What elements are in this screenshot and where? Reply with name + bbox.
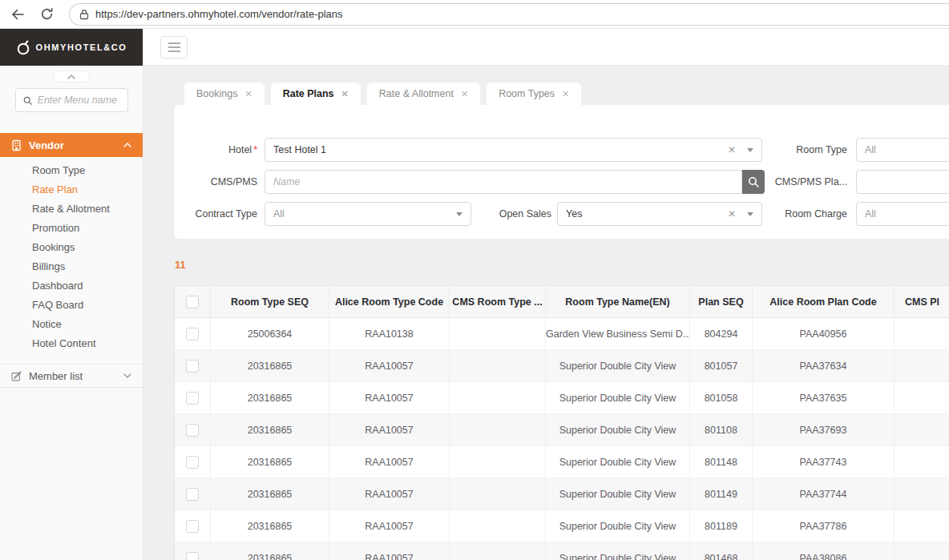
hotel-label: Hotel* [169,138,257,162]
row-checkbox[interactable] [186,328,199,340]
clear-icon[interactable]: ✕ [728,144,736,155]
sidebar-item-faq-board[interactable]: FAQ Board [0,296,143,315]
hotel-select[interactable]: Test Hotel 1 ✕ [265,138,762,162]
back-icon[interactable] [6,3,29,26]
row-checkbox[interactable] [186,488,199,501]
cell-alice-room-plan-code: PAA37634 [753,350,894,382]
room-type-select[interactable]: All [856,138,949,162]
logo[interactable]: OHMYHOTEL&CO [0,29,143,66]
open-sales-select[interactable]: Yes ✕ [557,202,762,226]
close-icon[interactable]: ✕ [341,89,349,99]
table-row: 20316865RAA10057Superior Double City Vie… [175,478,949,510]
cms-pms-name-input[interactable] [265,170,742,194]
reload-icon[interactable] [35,3,58,26]
table-row: 25006364RAA10138Garden View Business Sem… [175,318,949,350]
tab-bookings[interactable]: Bookings ✕ [184,83,265,105]
close-icon[interactable]: ✕ [244,89,252,99]
hotel-value: Test Hotel 1 [273,144,728,155]
cell-room-type-seq: 20316865 [211,478,329,510]
cell-alice-room-plan-code: PAA37744 [753,478,894,510]
cell-room-type-seq: 25006364 [211,318,329,350]
clear-icon[interactable]: ✕ [728,208,736,220]
cell-alice-room-type-code: RAA10057 [329,382,450,414]
chevron-up-icon [67,75,75,79]
sidebar-collapse-button[interactable] [53,71,90,83]
header-alice-room-plan-code: Alice Room Plan Code [753,286,894,318]
member-list-label: Member list [29,370,116,382]
tab-rate-allotment[interactable]: Rate & Allotment ✕ [367,83,480,105]
row-checkbox[interactable] [186,552,199,560]
menu-search-input[interactable] [38,95,120,106]
sidebar-item-dashboard[interactable]: Dashboard [0,276,143,296]
row-checkbox[interactable] [186,360,199,373]
cell-plan-seq: 801148 [690,446,753,478]
chevron-up-icon [123,143,131,147]
contract-type-select[interactable]: All [265,202,471,226]
logo-text: OHMYHOTEL&CO [36,42,127,52]
tab-room-types[interactable]: Room Types ✕ [487,83,581,105]
header-room-type-name-en: Room Type Name(EN) [546,286,690,318]
cell-room-type-name-en: Superior Double City View [546,350,690,382]
row-checkbox[interactable] [186,392,199,405]
cell-cms-room-type [450,414,546,446]
cell-plan-seq: 801189 [690,510,753,542]
cell-room-type-seq: 20316865 [211,350,329,382]
cell-alice-room-type-code: RAA10057 [329,510,450,542]
sidebar-item-hotel-content[interactable]: Hotel Content [0,334,143,353]
cms-pms-pla-input[interactable] [856,170,949,194]
cell-alice-room-plan-code: PAA37693 [753,414,894,446]
sidebar-item-promotion[interactable]: Promotion [0,219,143,238]
site-info-lock-icon[interactable] [79,9,89,20]
sidebar-item-billings[interactable]: Billings [0,257,143,276]
menu-search-box[interactable] [15,88,128,112]
edit-icon [11,371,22,381]
cell-room-type-seq: 20316865 [211,382,329,414]
sidebar-item-notice[interactable]: Notice [0,315,143,334]
cell-plan-seq: 804294 [690,318,753,350]
tab-label: Rate & Allotment [379,88,454,99]
chevron-down-icon[interactable] [456,212,462,216]
chevron-down-icon [123,373,131,378]
sidebar-item-bookings[interactable]: Bookings [0,238,143,257]
cell-alice-room-type-code: RAA10057 [329,446,450,478]
cell-plan-seq: 801058 [690,382,753,414]
cell-alice-room-type-code: RAA10057 [329,350,450,382]
header-plan-seq: Plan SEQ [690,286,753,318]
cell-alice-room-type-code: RAA10138 [329,318,450,350]
cell-cms-plan [894,510,949,542]
cell-plan-seq: 801149 [690,478,753,510]
hamburger-menu-icon[interactable] [160,36,188,58]
chevron-down-icon[interactable] [747,212,753,216]
cell-room-type-seq: 20316865 [211,446,329,478]
room-charge-select[interactable]: All [856,202,949,226]
row-checkbox[interactable] [186,456,199,469]
cell-plan-seq: 801468 [690,542,753,560]
browser-toolbar: https://dev-partners.ohmyhotel.com/vendo… [0,0,949,29]
cell-alice-room-plan-code: PAA37635 [753,382,894,414]
address-bar[interactable]: https://dev-partners.ohmyhotel.com/vendo… [69,3,949,26]
sidebar-item-rate-plan[interactable]: Rate Plan [0,180,143,199]
room-type-value: All [865,144,949,155]
filter-panel: Hotel* Test Hotel 1 ✕ Room Type All CMS/… [174,105,949,239]
contract-type-label: Contract Type [169,202,257,226]
table-row: 20316865RAA10057Superior Double City Vie… [175,510,949,542]
row-checkbox[interactable] [186,424,199,437]
cell-cms-plan [894,382,949,414]
row-checkbox[interactable] [186,520,199,533]
table-row: 20316865RAA10057Superior Double City Vie… [175,350,949,382]
row-checkbox-cell [175,318,211,350]
sidebar-item-room-type[interactable]: Room Type [0,161,143,180]
sidebar-section-member-list[interactable]: Member list [0,364,143,388]
close-icon[interactable]: ✕ [562,89,569,99]
select-all-checkbox[interactable] [186,296,199,308]
sidebar-section-vendor[interactable]: Vendor [0,133,143,157]
sidebar-item-rate-allotment[interactable]: Rate & Allotment [0,199,143,219]
close-icon[interactable]: ✕ [461,89,468,99]
tab-label: Rate Plans [283,88,334,99]
rate-plans-table: Room Type SEQ Alice Room Type Code CMS R… [174,285,949,560]
result-count: 11 [175,259,186,271]
chevron-down-icon[interactable] [747,148,753,152]
tab-rate-plans[interactable]: Rate Plans ✕ [271,83,361,105]
header-checkbox-cell [175,286,211,318]
table-row: 20316865RAA10057Superior Double City Vie… [175,542,949,560]
